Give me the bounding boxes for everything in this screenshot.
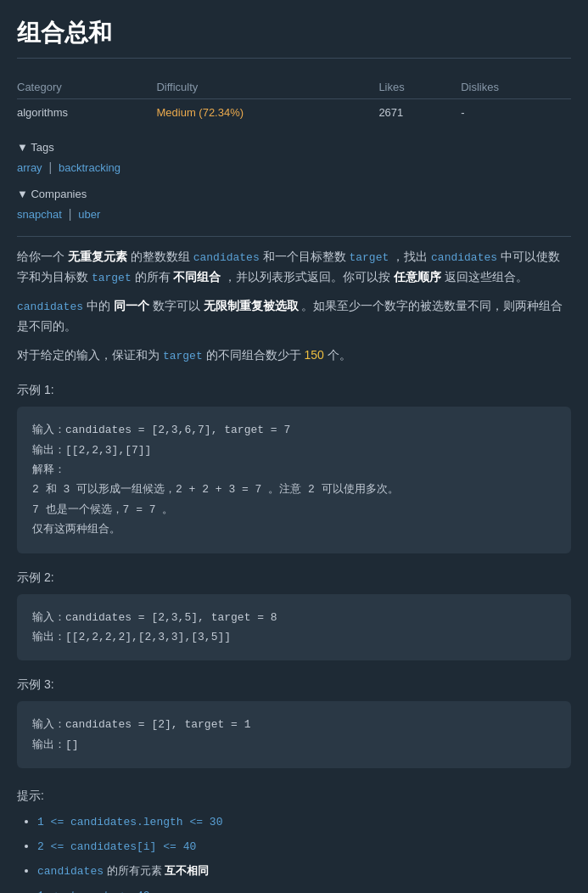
example-3-input: 输入：candidates = [2], target = 1	[32, 715, 556, 734]
example-1-exp-line-1: 2 和 3 可以形成一组候选，2 + 2 + 3 = 7 。注意 2 可以使用多…	[32, 480, 556, 499]
desc-para2: candidates 中的 同一个 数字可以 无限制重复被选取 。如果至少一个数…	[17, 296, 571, 337]
code-candidates-2: candidates	[431, 251, 497, 264]
desc-para1: 给你一个 无重复元素 的整数数组 candidates 和一个目标整数 targ…	[17, 247, 571, 288]
col-difficulty: Difficulty	[156, 76, 378, 99]
example-1-box: 输入：candidates = [2,3,6,7], target = 7 输出…	[17, 407, 571, 553]
example-1-exp-line-3: 仅有这两种组合。	[32, 520, 556, 539]
companies-section: ▼ Companies snapchat | uber	[17, 188, 571, 221]
bold-same: 同一个	[114, 299, 149, 312]
tags-section: ▼ Tags array | backtracking	[17, 141, 571, 174]
cell-dislikes: -	[461, 99, 571, 126]
col-likes: Likes	[378, 76, 461, 99]
example-1-input: 输入：candidates = [2,3,6,7], target = 7	[32, 420, 556, 440]
hint-item-4: 1 <= target <= 40	[37, 886, 571, 893]
companies-header[interactable]: ▼ Companies	[17, 188, 571, 200]
section-divider	[17, 236, 571, 237]
pipe-separator: |	[49, 160, 53, 174]
company-uber[interactable]: uber	[78, 208, 100, 221]
example-2-input: 输入：candidates = [2,3,5], target = 8	[32, 608, 556, 627]
hint-item-2: 2 <= candidates[i] <= 40	[37, 837, 571, 856]
code-target-3: target	[163, 350, 203, 362]
info-table: Category Difficulty Likes Dislikes algor…	[17, 76, 571, 126]
tag-backtracking[interactable]: backtracking	[59, 161, 120, 174]
cell-category: algorithms	[17, 99, 156, 126]
example-1-title: 示例 1:	[17, 383, 571, 398]
pipe-separator-2: |	[69, 207, 72, 221]
code-target-2: target	[92, 272, 132, 284]
example-3-box: 输入：candidates = [2], target = 1 输出：[]	[17, 701, 571, 768]
code-candidates-3: candidates	[17, 300, 83, 313]
code-candidates-1: candidates	[193, 251, 260, 264]
example-1-exp-line-2: 7 也是一个候选，7 = 7 。	[32, 500, 556, 520]
example-3-output: 输出：[]	[32, 735, 556, 755]
tags-header[interactable]: ▼ Tags	[17, 141, 571, 154]
example-3-title: 示例 3:	[17, 677, 571, 693]
problem-description: 给你一个 无重复元素 的整数数组 candidates 和一个目标整数 targ…	[17, 247, 571, 366]
number-150: 150	[304, 348, 323, 362]
company-snapchat[interactable]: snapchat	[17, 208, 62, 221]
bold-unlimited: 无限制重复被选取	[204, 299, 299, 312]
example-1-output: 输出：[[2,2,3],[7]]	[32, 441, 556, 460]
col-category: Category	[17, 76, 156, 99]
bold-any-order: 任意顺序	[394, 270, 441, 284]
hint-item-1: 1 <= candidates.length <= 30	[37, 812, 571, 832]
tag-array[interactable]: array	[17, 161, 42, 174]
page-title: 组合总和	[17, 17, 571, 59]
cell-likes: 2671	[378, 99, 461, 126]
hints-title: 提示:	[17, 789, 571, 804]
bold-diff-combo: 不同组合	[173, 270, 221, 284]
code-target-1: target	[349, 251, 389, 264]
hints-section: 提示: 1 <= candidates.length <= 30 2 <= ca…	[17, 789, 571, 893]
companies-list: snapchat | uber	[17, 207, 571, 221]
example-1-explanation-title: 解释：	[32, 460, 556, 480]
hints-list: 1 <= candidates.length <= 30 2 <= candid…	[17, 812, 571, 893]
desc-para3: 对于给定的输入，保证和为 target 的不同组合数少于 150 个。	[17, 345, 571, 366]
hint-item-3: candidates 的所有元素 互不相同	[37, 862, 571, 881]
example-2-box: 输入：candidates = [2,3,5], target = 8 输出：[…	[17, 594, 571, 661]
example-2-output: 输出：[[2,2,2,2],[2,3,3],[3,5]]	[32, 627, 556, 647]
bold-no-dup: 无重复元素	[68, 250, 127, 263]
tags-list: array | backtracking	[17, 160, 571, 174]
cell-difficulty: Medium (72.34%)	[156, 99, 378, 126]
col-dislikes: Dislikes	[461, 76, 571, 99]
example-2-title: 示例 2:	[17, 570, 571, 586]
